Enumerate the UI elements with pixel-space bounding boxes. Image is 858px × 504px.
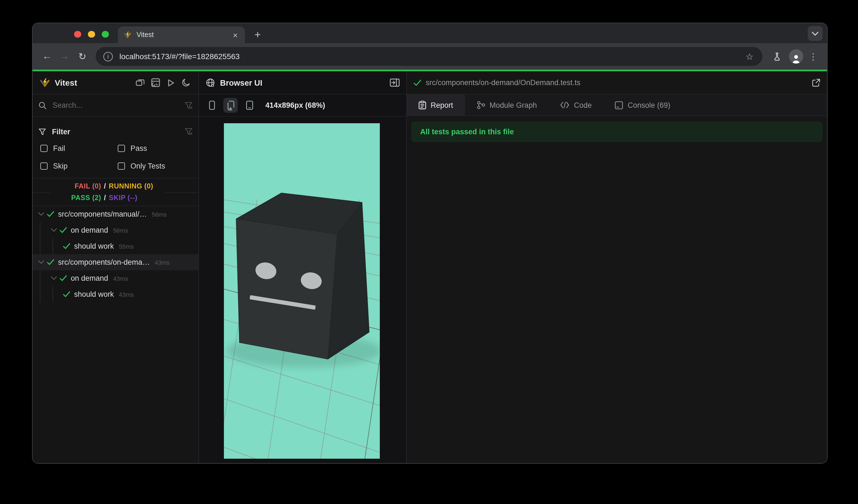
person-icon (791, 54, 801, 64)
browser-ui-title: Browser UI (220, 78, 390, 87)
dashboard-button[interactable] (151, 78, 160, 87)
vitest-logo (39, 77, 50, 88)
tab-strip: Vitest × + (33, 23, 827, 43)
search-input[interactable] (52, 101, 184, 110)
theme-toggle-button[interactable] (181, 78, 191, 87)
windows-stack-icon (136, 78, 145, 87)
browser-menu-icon[interactable]: ⋮ (807, 51, 820, 62)
test-suite-row[interactable]: on demand 56ms (33, 222, 198, 238)
clear-search-filter-icon[interactable] (184, 101, 193, 110)
clipboard-icon (418, 101, 426, 110)
check-icon (60, 227, 67, 233)
checkbox-box[interactable] (118, 162, 125, 169)
tab-console[interactable]: Console (69) (603, 95, 682, 115)
filter-row-1: Fail Pass (38, 139, 193, 157)
indent-guide (52, 286, 53, 302)
site-info-icon[interactable]: i (104, 52, 113, 61)
tab-label: Module Graph (490, 101, 537, 109)
open-in-editor-button[interactable] (812, 78, 821, 87)
preview-canvas-area (199, 117, 406, 463)
tab-search-chevron-button[interactable] (808, 26, 823, 41)
viewport-dimensions: 414x896px (68%) (265, 101, 325, 110)
check-icon (63, 243, 70, 249)
experiments-flask-icon[interactable] (768, 48, 785, 65)
sidebar-header: Vitest (33, 71, 198, 95)
phone-icon (209, 101, 215, 110)
test-case-row[interactable]: should work 43ms (33, 286, 198, 302)
filter-title-row: Filter (38, 124, 193, 139)
chevron-down-icon[interactable] (38, 212, 44, 216)
bookmark-star-icon[interactable]: ☆ (744, 51, 754, 62)
back-button[interactable]: ← (38, 48, 56, 65)
report-layout-icon (151, 78, 160, 87)
divider (164, 192, 198, 193)
tab-close-icon[interactable]: × (231, 31, 239, 39)
checkbox-label: Fail (53, 144, 65, 152)
traffic-lights (74, 31, 109, 37)
close-window-button[interactable] (74, 31, 81, 37)
test-duration: 43ms (113, 275, 128, 281)
stats-separator: / (101, 182, 109, 190)
report-header: src/components/on-demand/OnDemand.test.t… (407, 71, 827, 95)
app-preview-viewport[interactable] (224, 123, 380, 459)
filter-row-2: Skip Only Tests (38, 157, 193, 175)
vitest-ui: Vitest (33, 71, 827, 463)
tab-report[interactable]: Report (407, 95, 465, 115)
sidebar-actions (136, 78, 191, 87)
checkbox-label: Pass (130, 144, 147, 152)
zoom-window-button[interactable] (102, 31, 109, 37)
fail-count: FAIL (0) (33, 182, 101, 190)
run-all-button[interactable] (166, 78, 175, 87)
checkbox-box[interactable] (41, 162, 48, 169)
checkbox-box[interactable] (118, 145, 125, 152)
test-file-row[interactable]: src/components/manual/… 56ms (33, 206, 198, 222)
panel-right-arrow-icon (390, 79, 400, 87)
minimize-window-button[interactable] (88, 31, 95, 37)
chevron-down-icon[interactable] (51, 228, 57, 232)
test-tree: src/components/manual/… 56ms on demand 5… (33, 206, 198, 463)
chevron-down-icon[interactable] (51, 276, 57, 280)
test-suite-row[interactable]: on demand 43ms (33, 270, 198, 286)
device-phone-large-button[interactable] (223, 98, 238, 113)
checkbox-pass[interactable]: Pass (115, 144, 193, 152)
search-bar (33, 95, 198, 117)
device-tablet-button[interactable] (242, 98, 256, 113)
move-panel-button[interactable] (390, 79, 400, 87)
stats-separator: / (101, 194, 109, 201)
cube-front-face (236, 219, 337, 359)
profile-avatar[interactable] (789, 49, 803, 64)
new-tab-button[interactable]: + (251, 28, 265, 42)
sidebar: Vitest (33, 71, 199, 463)
tab-label: Console (69) (628, 101, 671, 109)
checkbox-only-tests[interactable]: Only Tests (115, 162, 193, 170)
checkbox-box[interactable] (41, 145, 48, 152)
clear-filter-icon[interactable] (184, 127, 193, 136)
checkbox-fail[interactable]: Fail (38, 144, 115, 152)
tab-code[interactable]: Code (549, 95, 603, 115)
test-duration: 56ms (113, 227, 128, 233)
test-case-label: should work (74, 242, 114, 250)
report-panel: src/components/on-demand/OnDemand.test.t… (407, 71, 827, 463)
browser-tab[interactable]: Vitest × (118, 27, 245, 43)
chevron-down-icon (812, 31, 819, 36)
filter-panel: Filter Fail Pass (33, 117, 198, 178)
code-icon (560, 102, 569, 108)
reload-button[interactable]: ↻ (74, 48, 91, 65)
url-text: localhost:5173/#/?file=1828625563 (120, 52, 744, 61)
chevron-down-icon[interactable] (38, 260, 44, 264)
test-duration: 55ms (119, 243, 134, 249)
browser-toolbar: ← → ↻ i localhost:5173/#/?file=182862556… (33, 43, 827, 70)
indent-guide (40, 222, 41, 254)
forward-button[interactable]: → (56, 48, 74, 65)
device-phone-small-button[interactable] (205, 98, 219, 113)
tab-module-graph[interactable]: Module Graph (465, 95, 549, 115)
play-icon (166, 78, 175, 87)
checkbox-skip[interactable]: Skip (38, 162, 115, 170)
test-case-row[interactable]: should work 55ms (33, 238, 198, 254)
pass-count: PASS (2) (33, 194, 101, 201)
test-suite-label: on demand (71, 226, 108, 234)
test-file-row-selected[interactable]: src/components/on-dema… 43ms (33, 254, 198, 270)
address-bar[interactable]: i localhost:5173/#/?file=1828625563 ☆ (96, 47, 762, 66)
device-toolbar: 414x896px (68%) (199, 95, 406, 117)
windowed-mode-button[interactable] (136, 78, 145, 87)
